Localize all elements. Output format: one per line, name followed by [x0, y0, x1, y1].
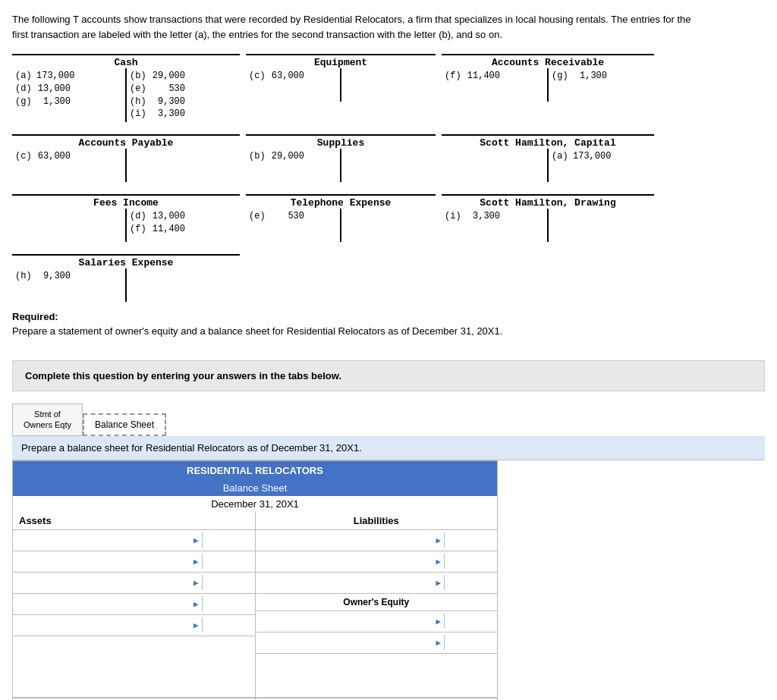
prepare-instruction: Prepare a balance sheet for Residential …: [12, 436, 765, 460]
bs-title: Balance Sheet: [13, 480, 497, 496]
t-account-fees-income: Fees Income (d)13,000 (f)11,400: [12, 194, 240, 242]
asset-row-1: ▶: [13, 530, 255, 551]
complete-box-text: Complete this question by entering your …: [25, 370, 341, 381]
telephone-left: (e)530: [246, 209, 341, 242]
cash-left: (a)173,000 (d)13,000 (g)1,300: [12, 68, 127, 122]
cash-right: (b)29,000 (e)530 (h)9,300 (i)3,300: [127, 68, 240, 122]
liability-value-2[interactable]: [444, 554, 497, 569]
equity-arrow-1: ▶: [433, 617, 444, 626]
liability-row-2: ▶: [256, 551, 498, 573]
asset-spacer: [13, 636, 255, 697]
capital-right: (a)173,000: [549, 149, 654, 182]
salaries-right: [127, 268, 240, 302]
cash-title: Cash: [12, 54, 240, 68]
liability-arrow-3: ▶: [433, 578, 444, 588]
bs-totals-row: Total Assets $ 0 Total Liabilities and O…: [13, 697, 497, 700]
liability-name-3[interactable]: [256, 575, 433, 590]
equity-name-2[interactable]: [256, 635, 433, 650]
asset-name-2[interactable]: [13, 554, 190, 569]
equity-row-1: ▶: [256, 611, 498, 633]
t-account-telephone-expense: Telephone Expense (e)530: [246, 194, 436, 242]
asset-arrow-3: ▶: [190, 578, 202, 588]
liability-row-1: ▶: [256, 530, 498, 551]
t-account-drawing: Scott Hamilton, Drawing (i)3,300: [442, 194, 654, 242]
equity-value-1[interactable]: [444, 614, 497, 629]
tabs-row: Stmt of Owners Eqty Balance Sheet: [12, 403, 765, 436]
telephone-title: Telephone Expense: [246, 194, 436, 209]
equity-value-2[interactable]: [444, 635, 497, 650]
asset-value-2[interactable]: [202, 554, 255, 569]
bs-liabilities-label: Liabilities: [256, 512, 498, 529]
owners-equity-label: Owner's Equity: [256, 594, 498, 611]
asset-value-5[interactable]: [202, 617, 255, 633]
capital-title: Scott Hamilton, Capital: [442, 134, 654, 149]
asset-value-4[interactable]: [202, 596, 255, 611]
t-account-equipment: Equipment (c)63,000: [246, 54, 436, 122]
tab-stmt-owners-eqty[interactable]: Stmt of Owners Eqty: [12, 403, 83, 436]
tab-balance-sheet[interactable]: Balance Sheet: [83, 413, 166, 436]
bs-liabilities-equity-section: ▶ ▶ ▶ Owner's Equity ▶: [256, 530, 498, 697]
liability-name-1[interactable]: [256, 532, 433, 548]
t-account-supplies: Supplies (b)29,000: [246, 134, 436, 182]
complete-box: Complete this question by entering your …: [12, 360, 765, 391]
liability-name-2[interactable]: [256, 554, 433, 569]
equity-arrow-2: ▶: [433, 638, 444, 648]
ar-left: (f)11,400: [442, 68, 549, 102]
ar-right: (g)1,300: [549, 68, 654, 102]
supplies-right: [341, 149, 436, 182]
t-accounts-section: Cash (a)173,000 (d)13,000 (g)1,300 (b)29…: [12, 54, 765, 302]
liability-arrow-1: ▶: [433, 535, 444, 545]
supplies-left: (b)29,000: [246, 149, 341, 182]
asset-row-5: ▶: [13, 615, 255, 636]
asset-row-2: ▶: [13, 551, 255, 573]
bs-assets-label: Assets: [13, 512, 256, 529]
required-text: Prepare a statement of owner's equity an…: [12, 325, 765, 337]
equipment-left: (c)63,000: [246, 68, 341, 102]
telephone-right: [341, 209, 436, 242]
asset-row-4: ▶: [13, 594, 255, 615]
capital-left: [442, 149, 549, 182]
asset-name-1[interactable]: [13, 532, 190, 548]
t-account-cash: Cash (a)173,000 (d)13,000 (g)1,300 (b)29…: [12, 54, 240, 122]
bs-assets-section: ▶ ▶ ▶ ▶ ▶: [13, 530, 256, 697]
t-account-salaries-expense: Salaries Expense (h)9,300: [12, 254, 240, 302]
asset-name-4[interactable]: [13, 596, 190, 611]
asset-arrow-2: ▶: [190, 557, 202, 567]
salaries-title: Salaries Expense: [12, 254, 240, 268]
drawing-right: [549, 209, 654, 242]
ap-right: [127, 149, 240, 182]
t-account-accounts-payable: Accounts Payable (c)63,000: [12, 134, 240, 182]
asset-name-3[interactable]: [13, 575, 190, 590]
tab-balance-sheet-label: Balance Sheet: [95, 419, 154, 430]
required-label: Required:: [12, 311, 765, 322]
drawing-left: (i)3,300: [442, 209, 549, 242]
asset-value-1[interactable]: [202, 532, 255, 548]
liability-row-3: ▶: [256, 573, 498, 594]
equipment-title: Equipment: [246, 54, 436, 68]
intro-text: The following T accounts show transactio…: [12, 12, 695, 42]
balance-sheet-area: RESIDENTIAL RELOCATORS Balance Sheet Dec…: [12, 460, 498, 700]
equity-name-1[interactable]: [256, 614, 433, 629]
equity-spacer: [256, 654, 498, 697]
t-account-capital: Scott Hamilton, Capital (a)173,000: [442, 134, 654, 182]
asset-name-5[interactable]: [13, 617, 190, 633]
salaries-left: (h)9,300: [12, 268, 127, 302]
ap-left: (c)63,000: [12, 149, 127, 182]
bs-columns-header: Assets Liabilities: [13, 512, 497, 530]
asset-arrow-1: ▶: [190, 535, 202, 545]
equipment-right: [341, 68, 436, 102]
t-account-accounts-receivable: Accounts Receivable (f)11,400 (g)1,300: [442, 54, 654, 122]
liability-value-1[interactable]: [444, 532, 497, 548]
supplies-title: Supplies: [246, 134, 436, 149]
ar-title: Accounts Receivable: [442, 54, 654, 68]
fees-title: Fees Income: [12, 194, 240, 209]
drawing-title: Scott Hamilton, Drawing: [442, 194, 654, 209]
liability-value-3[interactable]: [444, 575, 497, 590]
bs-company-name: RESIDENTIAL RELOCATORS: [13, 461, 497, 480]
fees-left: [12, 209, 127, 242]
asset-value-3[interactable]: [202, 575, 255, 590]
bs-date: December 31, 20X1: [13, 496, 497, 512]
asset-row-3: ▶: [13, 573, 255, 594]
asset-arrow-4: ▶: [190, 599, 202, 609]
asset-arrow-5: ▶: [190, 620, 202, 630]
